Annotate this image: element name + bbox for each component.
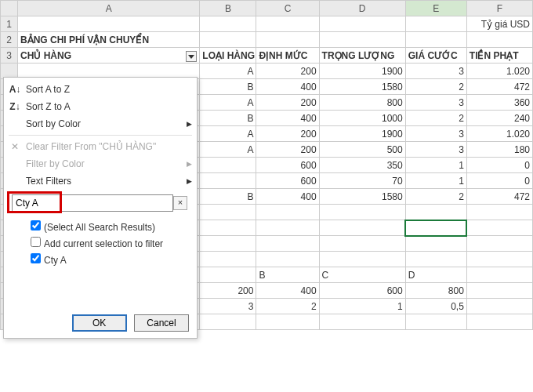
sort-by-color[interactable]: Sort by Color▶: [4, 115, 197, 132]
cell[interactable]: [405, 16, 466, 32]
col-header-B[interactable]: B: [200, 1, 256, 16]
cell[interactable]: [466, 299, 532, 314]
cell[interactable]: 1.020: [466, 64, 532, 79]
cell[interactable]: 360: [466, 95, 532, 111]
col-header-C[interactable]: C: [256, 1, 319, 16]
cell[interactable]: 400: [256, 79, 319, 95]
cell[interactable]: [200, 158, 256, 173]
cell[interactable]: 2: [405, 79, 466, 95]
cell[interactable]: 1580: [319, 189, 405, 205]
cell[interactable]: 400: [256, 189, 319, 205]
cell[interactable]: 800: [405, 283, 466, 299]
search-input[interactable]: [12, 194, 173, 212]
active-cell[interactable]: [405, 220, 466, 236]
cell[interactable]: 1: [405, 158, 466, 173]
cell[interactable]: 400: [256, 111, 319, 126]
cell[interactable]: 600: [256, 173, 319, 189]
cell[interactable]: 240: [466, 111, 532, 126]
clear-search-button[interactable]: ×: [173, 196, 187, 210]
cell[interactable]: [466, 267, 532, 283]
text-filters[interactable]: Text Filters▶: [4, 172, 197, 190]
cell[interactable]: [466, 283, 532, 299]
cell[interactable]: A: [200, 142, 256, 158]
cell[interactable]: [256, 32, 319, 48]
sort-za[interactable]: Z↓Sort Z to A: [4, 98, 197, 115]
cell[interactable]: 400: [256, 283, 319, 299]
row-header[interactable]: 2: [1, 32, 18, 48]
cell[interactable]: [466, 32, 532, 48]
cell[interactable]: [18, 16, 200, 32]
cell[interactable]: 1580: [319, 79, 405, 95]
cancel-button[interactable]: Cancel: [134, 314, 189, 332]
cell[interactable]: 0: [466, 158, 532, 173]
col-header-E[interactable]: E: [405, 1, 466, 16]
cell[interactable]: B: [200, 79, 256, 95]
cell[interactable]: Tỷ giá USD: [466, 16, 532, 32]
sort-az[interactable]: A↓Sort A to Z: [4, 81, 197, 98]
cell[interactable]: 200: [256, 126, 319, 142]
cell[interactable]: 1.020: [466, 126, 532, 142]
col-header-D[interactable]: D: [319, 1, 405, 16]
cell[interactable]: 70: [319, 173, 405, 189]
cell[interactable]: 800: [319, 95, 405, 111]
col-header-A[interactable]: A: [18, 1, 200, 16]
cell[interactable]: 0: [466, 173, 532, 189]
cell[interactable]: 3: [405, 64, 466, 79]
cell[interactable]: 1: [405, 173, 466, 189]
cell[interactable]: 1000: [319, 111, 405, 126]
col-header-F[interactable]: F: [466, 1, 532, 16]
ok-button[interactable]: OK: [72, 314, 127, 332]
header-cell[interactable]: LOẠI HÀNG: [200, 48, 256, 64]
cell[interactable]: A: [200, 95, 256, 111]
cell[interactable]: 1: [319, 299, 405, 314]
cell[interactable]: B: [200, 111, 256, 126]
cell[interactable]: C: [319, 267, 405, 283]
cell[interactable]: 472: [466, 79, 532, 95]
row-header[interactable]: 1: [1, 16, 18, 32]
cell[interactable]: 1900: [319, 126, 405, 142]
cell[interactable]: [200, 267, 256, 283]
cell[interactable]: [200, 173, 256, 189]
cell[interactable]: 350: [319, 158, 405, 173]
select-all-cell[interactable]: [1, 1, 18, 16]
cell[interactable]: 500: [319, 142, 405, 158]
cell[interactable]: 200: [256, 64, 319, 79]
cell[interactable]: 3: [405, 142, 466, 158]
cell[interactable]: 2: [405, 111, 466, 126]
filter-dropdown-icon[interactable]: [186, 51, 197, 62]
cell[interactable]: 200: [256, 142, 319, 158]
cell[interactable]: [405, 32, 466, 48]
cell[interactable]: 0,5: [405, 299, 466, 314]
cell[interactable]: B: [200, 189, 256, 205]
checkbox[interactable]: [31, 237, 41, 247]
cell[interactable]: 3: [405, 126, 466, 142]
header-cell[interactable]: TIỀN PHẠT: [466, 48, 532, 64]
check-cty-a[interactable]: Cty A: [27, 251, 189, 267]
check-select-all[interactable]: (Select All Search Results): [27, 218, 189, 234]
cell[interactable]: B: [256, 267, 319, 283]
cell[interactable]: 600: [319, 283, 405, 299]
header-cell[interactable]: ĐỊNH MỨC: [256, 48, 319, 64]
cell[interactable]: 472: [466, 189, 532, 205]
cell[interactable]: 3: [200, 299, 256, 314]
header-cell[interactable]: TRỌNG LƯỢNG: [319, 48, 405, 64]
header-cell[interactable]: GIÁ CƯỚC: [405, 48, 466, 64]
cell[interactable]: 180: [466, 142, 532, 158]
row-header[interactable]: 3: [1, 48, 18, 64]
cell[interactable]: [200, 16, 256, 32]
cell[interactable]: A: [200, 126, 256, 142]
cell[interactable]: 3: [405, 95, 466, 111]
cell[interactable]: [319, 32, 405, 48]
table-title[interactable]: BẢNG CHI PHÍ VẬN CHUYỂN: [18, 32, 200, 48]
checkbox[interactable]: [31, 220, 41, 230]
cell[interactable]: 2: [405, 189, 466, 205]
cell[interactable]: [200, 32, 256, 48]
cell[interactable]: [256, 16, 319, 32]
cell[interactable]: D: [405, 267, 466, 283]
cell[interactable]: 2: [256, 299, 319, 314]
cell[interactable]: 600: [256, 158, 319, 173]
cell[interactable]: 200: [256, 95, 319, 111]
cell[interactable]: A: [200, 64, 256, 79]
cell[interactable]: 1900: [319, 64, 405, 79]
check-add-current[interactable]: Add current selection to filter: [27, 234, 189, 251]
